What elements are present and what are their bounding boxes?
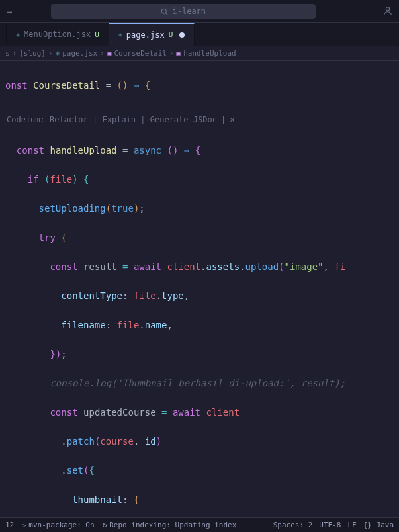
status-repo-indexing[interactable]: Repo indexing: Updating index: [103, 521, 237, 529]
breadcrumb-item[interactable]: handleUpload: [183, 49, 236, 58]
play-icon: [22, 521, 26, 529]
breadcrumb[interactable]: s › [slug] › ⚛ page.jsx › ▣ CourseDetail…: [0, 46, 399, 61]
svg-line-1: [166, 13, 168, 15]
symbol-method-icon: ▣: [177, 49, 181, 58]
react-icon: ⚛: [56, 49, 60, 58]
chevron-right-icon: ›: [48, 49, 53, 58]
status-line-number[interactable]: 12: [5, 521, 14, 529]
tab-label: page.jsx: [126, 30, 165, 40]
status-mvn[interactable]: mvn-package: On: [22, 521, 94, 529]
tab-page-active[interactable]: ⚛ page.jsx U: [109, 23, 195, 46]
codelens[interactable]: Codeium: Refactor | Explain | Generate J…: [5, 112, 399, 127]
tab-git-status: U: [169, 30, 173, 39]
tab-git-status: U: [95, 30, 99, 39]
account-icon[interactable]: [383, 6, 392, 17]
close-icon[interactable]: ✕: [230, 112, 235, 127]
search-icon: [161, 8, 168, 15]
status-eol[interactable]: LF: [347, 521, 356, 529]
symbol-variable-icon: ▣: [107, 49, 112, 58]
chevron-right-icon: ›: [169, 49, 174, 58]
breadcrumb-item[interactable]: [slug]: [19, 49, 46, 58]
svg-point-0: [162, 9, 167, 13]
dirty-indicator-icon: [179, 32, 185, 38]
codelens-sep: |: [221, 112, 226, 127]
code-editor[interactable]: onst CourseDetail = () ⇒ { Codeium: Refa…: [0, 61, 399, 532]
chevron-right-icon: ›: [100, 49, 105, 58]
status-spaces[interactable]: Spaces: 2: [273, 521, 313, 529]
chevron-right-icon: ›: [13, 49, 17, 58]
search-placeholder: i-learn: [172, 7, 206, 16]
breadcrumb-item[interactable]: s: [5, 49, 10, 58]
tab-menuoption[interactable]: ⚛ MenuOption.jsx U: [7, 23, 109, 46]
command-center-search[interactable]: i-learn: [51, 4, 316, 19]
nav-forward-icon[interactable]: →: [7, 6, 12, 17]
status-language[interactable]: {} Java: [363, 521, 394, 529]
react-icon: ⚛: [118, 31, 122, 38]
title-bar: → i-learn: [0, 0, 399, 23]
breadcrumb-item[interactable]: CourseDetail: [114, 49, 166, 58]
tab-partial[interactable]: [0, 23, 7, 46]
svg-point-2: [386, 7, 389, 10]
breadcrumb-item[interactable]: page.jsx: [62, 49, 97, 58]
react-icon: ⚛: [16, 31, 20, 38]
editor-tabs: ⚛ MenuOption.jsx U ⚛ page.jsx U: [0, 23, 399, 46]
status-encoding[interactable]: UTF-8: [319, 521, 341, 529]
tab-label: MenuOption.jsx: [24, 30, 91, 39]
status-bar: 12 mvn-package: On Repo indexing: Updati…: [0, 517, 399, 532]
sync-icon: [103, 521, 107, 529]
